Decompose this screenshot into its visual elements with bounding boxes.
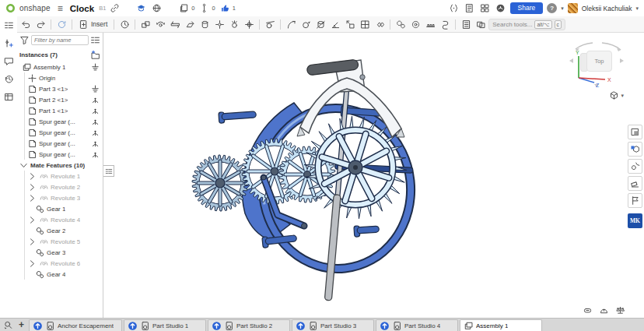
list-view-icon[interactable] [90, 35, 100, 45]
display-states-button[interactable] [628, 142, 642, 157]
chevron-right-icon[interactable] [27, 182, 37, 192]
mate-item-revolute4[interactable]: Revolute 4 [25, 214, 103, 225]
snapshot-icon[interactable] [583, 305, 593, 315]
mate-item-gear4[interactable]: Gear 4 [25, 269, 103, 280]
view-cube-top-face[interactable]: Top [586, 51, 612, 72]
mate-item-gear2[interactable]: Gear 2 [25, 225, 103, 236]
tab-part-studio-4[interactable]: Part Studio 4 [376, 319, 458, 331]
configurations-icon[interactable] [2, 36, 16, 50]
redo-button[interactable] [33, 18, 47, 31]
tab-part-studio-2[interactable]: Part Studio 2 [208, 319, 290, 331]
mkcad-app-badge[interactable]: MK [628, 213, 642, 228]
update-button[interactable] [54, 18, 68, 31]
parallel-mate-button[interactable] [242, 18, 256, 31]
chevron-right-icon[interactable] [27, 237, 37, 247]
document-title[interactable]: Clock [70, 4, 94, 13]
cleanup-panel-button[interactable] [628, 176, 642, 191]
gear-relation-button[interactable] [394, 18, 408, 31]
view-cube[interactable]: Y Z X Top [566, 40, 627, 92]
onshape-logo-icon[interactable] [5, 3, 16, 13]
bom-table-icon[interactable] [2, 90, 16, 104]
document-menu-icon[interactable]: ≡ [58, 3, 63, 14]
undo-button[interactable] [19, 18, 33, 31]
replicate-button[interactable] [299, 18, 313, 31]
revolve-tool-button[interactable] [313, 18, 327, 31]
update-available-icon[interactable] [128, 321, 138, 331]
tab-assembly-1[interactable]: Assembly 1 [460, 319, 542, 331]
likes-icon[interactable] [219, 2, 231, 14]
assembly-viewport[interactable]: Y Z X Top ▾ MK [103, 33, 644, 318]
mate-item-revolute2[interactable]: Revolute 2 [25, 181, 103, 192]
mass-properties-icon[interactable] [615, 305, 625, 315]
update-available-icon[interactable] [212, 321, 222, 331]
interference-button[interactable] [474, 18, 488, 31]
share-button[interactable]: Share [510, 2, 544, 14]
featurescript-icon[interactable] [448, 2, 460, 14]
measure-icon[interactable] [599, 305, 609, 315]
insert-button[interactable]: Insert [75, 18, 110, 31]
release-notes-icon[interactable] [464, 2, 475, 14]
learning-center-icon[interactable] [135, 2, 147, 14]
help-caret-icon[interactable]: ▾ [561, 5, 564, 12]
feature-list-toggle-icon[interactable] [2, 18, 16, 32]
community-icon[interactable] [495, 2, 506, 14]
fastened-mate-button[interactable] [138, 18, 152, 31]
tree-item-part2[interactable]: Part 2 <1> [25, 94, 103, 105]
revolute-mate-button[interactable] [153, 18, 167, 31]
pin-slot-mate-button[interactable] [212, 18, 226, 31]
tangent-mate-button[interactable] [263, 18, 277, 31]
app-store-icon[interactable] [479, 2, 491, 14]
tree-item-part1[interactable]: Part 1 <1> [25, 105, 103, 116]
tab-anchor-escapement[interactable]: Anchor Escapement [29, 319, 122, 331]
chevron-right-icon[interactable] [27, 215, 37, 225]
measure-angle-button[interactable] [328, 18, 342, 31]
update-available-icon[interactable] [33, 321, 43, 331]
chevron-right-icon[interactable] [27, 171, 37, 181]
filter-input[interactable] [31, 35, 89, 45]
ball-mate-button[interactable] [227, 18, 241, 31]
filter-icon[interactable] [19, 35, 30, 45]
link-icon[interactable] [110, 3, 120, 13]
new-folder-icon[interactable] [90, 50, 100, 60]
mirror-button[interactable] [373, 18, 387, 31]
cylindrical-mate-button[interactable] [198, 18, 212, 31]
tab-part-studio-3[interactable]: Part Studio 3 [292, 319, 374, 331]
slider-mate-button[interactable] [168, 18, 182, 31]
user-menu-caret-icon[interactable]: ▾ [635, 5, 639, 12]
mate-item-gear3[interactable]: Gear 3 [25, 247, 103, 258]
forks-icon[interactable] [198, 2, 210, 14]
mate-item-revolute3[interactable]: Revolute 3 [25, 192, 103, 203]
help-button[interactable]: ? [547, 3, 557, 13]
update-available-icon[interactable] [380, 321, 390, 331]
tree-item-spur-gear-4[interactable]: Spur gear (... [25, 149, 103, 160]
tab-search-button[interactable] [2, 319, 15, 331]
avatar[interactable] [568, 3, 578, 13]
tree-item-spur-gear-3[interactable]: Spur gear (... [25, 138, 103, 149]
screw-relation-button[interactable] [423, 18, 437, 31]
tree-item-part3[interactable]: Part 3 <1> [25, 83, 103, 94]
planar-mate-button[interactable] [183, 18, 197, 31]
mate-item-revolute1[interactable]: Revolute 1 [25, 171, 103, 181]
version-badge[interactable]: B1 [99, 5, 106, 12]
public-document-icon[interactable] [151, 2, 163, 14]
update-available-icon[interactable] [296, 321, 306, 331]
copies-icon[interactable] [178, 2, 190, 14]
rack-pinion-relation-button[interactable] [408, 18, 422, 31]
view-options-button[interactable]: ▾ [609, 90, 624, 100]
linear-pattern-button[interactable] [358, 18, 372, 31]
tree-item-assembly[interactable]: Assembly 1 [17, 62, 103, 72]
tab-part-studio-1[interactable]: Part Studio 1 [124, 319, 206, 331]
versions-history-icon[interactable] [2, 72, 16, 86]
search-tools-box[interactable]: Search tools... alt/⌥ c [488, 19, 565, 30]
belt-relation-button[interactable] [438, 18, 452, 31]
mate-features-header[interactable]: Mate Features (10) [17, 160, 103, 171]
panel-flyout-button[interactable] [103, 165, 114, 177]
user-name[interactable]: Oleksii Kachuliak [582, 5, 632, 12]
bom-button[interactable] [459, 18, 473, 31]
tree-item-spur-gear-2[interactable]: Spur gear (... [25, 127, 103, 138]
mate-item-revolute6[interactable]: Revolute 6 [25, 258, 103, 269]
mate-item-revolute5[interactable]: Revolute 5 [25, 236, 103, 247]
chevron-right-icon[interactable] [27, 193, 37, 203]
bookmark-panel-button[interactable] [628, 193, 642, 208]
chevron-right-icon[interactable] [27, 259, 37, 269]
